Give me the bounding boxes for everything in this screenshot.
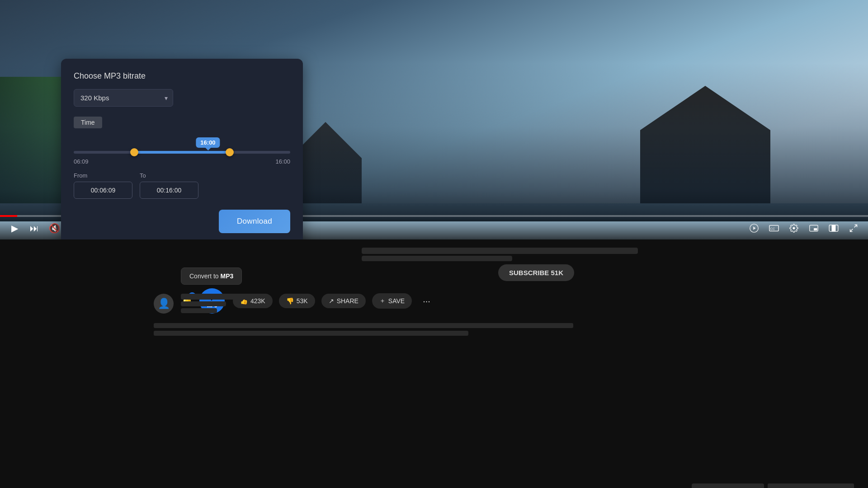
- save-label: SAVE: [388, 297, 405, 305]
- bitrate-select[interactable]: 320 Kbps 256 Kbps 192 Kbps 128 Kbps: [74, 89, 173, 107]
- svg-line-8: [854, 225, 857, 228]
- miniplayer-button[interactable]: [807, 221, 821, 235]
- share-icon: ↗: [329, 297, 334, 305]
- time-section-label: Time: [74, 117, 102, 128]
- svg-text:CC: CC: [770, 227, 775, 231]
- from-input-group: From: [74, 172, 132, 199]
- avatar-icon: 👤: [158, 298, 170, 310]
- mute-button[interactable]: 🔇: [47, 221, 61, 235]
- from-label: From: [74, 172, 132, 179]
- speed-icon[interactable]: [747, 221, 761, 235]
- time-inputs: From To: [74, 172, 290, 199]
- skip-button[interactable]: ⏭: [27, 221, 42, 235]
- sidebar-meta: [768, 483, 863, 488]
- convert-label-prefix: Convert to: [189, 272, 220, 280]
- svg-rect-5: [814, 228, 817, 230]
- slider-thumb-right[interactable]: [226, 148, 234, 156]
- more-options-button[interactable]: ···: [418, 293, 435, 309]
- slider-max-label: 16:00: [275, 158, 290, 165]
- channel-subs-bar: [181, 301, 226, 306]
- dislike-button[interactable]: 👎 53K: [279, 294, 315, 308]
- slider-fill: [134, 151, 230, 154]
- svg-rect-7: [832, 225, 836, 231]
- to-time-input[interactable]: [140, 182, 198, 199]
- svg-marker-1: [753, 226, 756, 230]
- video-subtitle-bar: [362, 256, 512, 261]
- convert-label-mp3: MP3: [220, 272, 233, 280]
- comment-bar-2: [154, 331, 468, 336]
- channel-extra-bar: [181, 308, 217, 313]
- captions-button[interactable]: CC: [767, 221, 781, 235]
- dialog-title: Choose MP3 bitrate: [74, 71, 290, 81]
- slider-thumb-left[interactable]: [130, 148, 138, 156]
- below-video: Convert to MP3 🔔 2 ♪ MP3 👍 423K 👎 53K ↗: [0, 239, 868, 488]
- video-title-bar: [362, 248, 638, 254]
- sidebar-title-bar: [768, 483, 854, 488]
- settings-button[interactable]: [787, 221, 801, 235]
- time-range-slider[interactable]: [74, 151, 290, 154]
- bitrate-select-wrapper[interactable]: 320 Kbps 256 Kbps 192 Kbps 128 Kbps ▾: [74, 89, 173, 107]
- to-input-group: To: [140, 172, 198, 199]
- actions-bar: 🔔 2 ♪ MP3 👍 423K 👎 53K ↗ SHARE ＋: [0, 261, 868, 314]
- save-icon: ＋: [379, 297, 386, 305]
- channel-info: [181, 294, 253, 315]
- svg-line-9: [850, 229, 853, 232]
- from-time-input[interactable]: [74, 182, 132, 199]
- share-label: SHARE: [337, 297, 359, 305]
- play-button[interactable]: ▶: [7, 221, 22, 235]
- fullscreen-button[interactable]: [846, 221, 861, 235]
- sidebar-recommended: [687, 479, 868, 488]
- to-label: To: [140, 172, 198, 179]
- comment-bar-1: [154, 323, 573, 328]
- slider-min-label: 06:09: [74, 158, 89, 165]
- mp3-download-dialog: Choose MP3 bitrate 320 Kbps 256 Kbps 192…: [61, 59, 303, 239]
- slider-tooltip: 16:00: [196, 137, 220, 148]
- thumbs-down-icon: 👎: [286, 297, 294, 305]
- subscribe-button[interactable]: SUBSCRIBE 51K: [498, 264, 574, 281]
- video-title-area: [0, 239, 868, 261]
- convert-to-mp3-button[interactable]: Convert to MP3: [181, 267, 242, 285]
- sidebar-thumbnail[interactable]: [692, 483, 764, 488]
- sidebar-item: [692, 483, 863, 488]
- dislike-count: 53K: [297, 297, 308, 305]
- download-button[interactable]: Download: [219, 210, 290, 233]
- save-button[interactable]: ＋ SAVE: [372, 293, 412, 309]
- theater-button[interactable]: [826, 221, 841, 235]
- channel-name-bar: [181, 294, 253, 300]
- video-player: ▶ ⏭ 🔇 CC Choose MP: [0, 0, 868, 239]
- comments-section: [154, 323, 678, 338]
- channel-avatar[interactable]: 👤: [154, 294, 174, 314]
- share-button[interactable]: ↗ SHARE: [321, 294, 366, 308]
- slider-labels: 06:09 16:00: [74, 158, 290, 165]
